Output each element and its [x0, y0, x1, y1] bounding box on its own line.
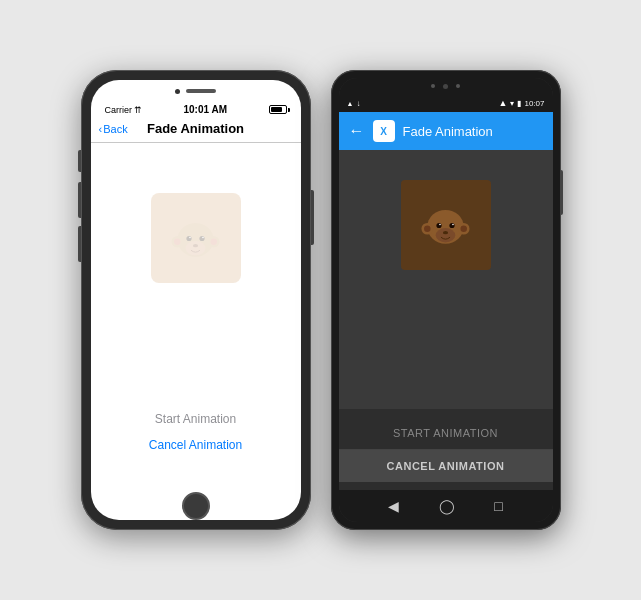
android-start-animation-button[interactable]: START ANIMATION [339, 417, 553, 450]
ios-mute-button [78, 150, 81, 172]
monkey-svg [163, 206, 228, 271]
android-status-bar: ▲ ↓ ▲ ▾ ▮ 10:07 [339, 94, 553, 112]
ios-battery-icon [269, 105, 287, 114]
android-power-button [560, 170, 563, 215]
phones-container: Carrier ⇈ 10:01 AM ‹ Back Fade Animation [71, 60, 571, 540]
svg-point-17 [436, 222, 441, 227]
ios-buttons-area: Start Animation Cancel Animation [106, 283, 286, 472]
ios-back-label: Back [103, 123, 127, 135]
ios-monkey-image [151, 193, 241, 283]
android-time: 10:07 [524, 99, 544, 108]
ios-power-button [311, 190, 314, 245]
ios-volume-up-button [78, 182, 81, 218]
ios-battery-fill [271, 107, 282, 112]
android-nav-bar: ◀ ◯ □ [339, 490, 553, 522]
svg-point-7 [199, 235, 204, 240]
ios-content: Start Animation Cancel Animation [91, 143, 301, 492]
android-monkey-image [401, 180, 491, 270]
svg-point-13 [424, 225, 431, 232]
android-home-nav-icon[interactable]: ◯ [439, 498, 455, 514]
android-wifi-icon: ▲ [499, 98, 508, 108]
ios-battery [269, 105, 287, 114]
android-camera-area [339, 78, 553, 94]
svg-point-2 [174, 238, 181, 245]
ios-start-animation-button[interactable]: Start Animation [155, 412, 236, 426]
ios-phone: Carrier ⇈ 10:01 AM ‹ Back Fade Animation [81, 70, 311, 530]
android-monkey-svg [413, 193, 478, 258]
android-signal-icon: ▾ [510, 99, 514, 108]
ios-screen: Carrier ⇈ 10:01 AM ‹ Back Fade Animation [91, 80, 301, 520]
svg-point-18 [449, 222, 454, 227]
android-speaker-dot [456, 84, 460, 88]
svg-point-8 [189, 236, 191, 238]
svg-point-19 [439, 223, 441, 225]
svg-point-20 [452, 223, 454, 225]
android-content [339, 150, 553, 409]
ios-wifi-icon: ⇈ [134, 105, 142, 115]
android-back-nav-icon[interactable]: ◀ [388, 498, 399, 514]
ios-chevron-left-icon: ‹ [99, 123, 103, 135]
svg-point-4 [210, 238, 217, 245]
ios-carrier-text: Carrier [105, 105, 133, 115]
android-notification-led [431, 84, 435, 88]
android-buttons-area: START ANIMATION CANCEL ANIMATION [339, 409, 553, 490]
ios-carrier: Carrier ⇈ [105, 105, 143, 115]
svg-point-9 [202, 236, 204, 238]
ios-home-area [91, 492, 301, 520]
android-camera-dot [443, 84, 448, 89]
svg-point-21 [443, 231, 448, 234]
android-toolbar: ← X Fade Animation [339, 112, 553, 150]
android-screen: ▲ ↓ ▲ ▾ ▮ 10:07 ← X Fade Animation [339, 78, 553, 522]
ios-top-hardware [91, 80, 301, 98]
ios-home-button[interactable] [182, 492, 210, 520]
android-battery-icon: ▮ [517, 99, 521, 108]
ios-status-bar: Carrier ⇈ 10:01 AM [91, 98, 301, 117]
android-warning-icon: ▲ [347, 100, 354, 107]
ios-cancel-animation-button[interactable]: Cancel Animation [149, 438, 242, 452]
xamarin-logo: X [373, 120, 395, 142]
ios-nav-title: Fade Animation [147, 121, 244, 136]
svg-point-6 [186, 235, 191, 240]
android-status-right: ▲ ▾ ▮ 10:07 [499, 98, 545, 108]
ios-speaker [186, 89, 216, 93]
android-download-icon: ↓ [356, 99, 360, 108]
android-title: Fade Animation [403, 124, 493, 139]
android-cancel-animation-button[interactable]: CANCEL ANIMATION [339, 450, 553, 482]
svg-point-16 [436, 228, 456, 242]
ios-volume-down-button [78, 226, 81, 262]
svg-point-10 [193, 244, 198, 247]
svg-point-5 [186, 241, 206, 255]
ios-nav-bar: ‹ Back Fade Animation [91, 117, 301, 143]
android-status-notifications: ▲ ↓ [347, 99, 361, 108]
ios-back-button[interactable]: ‹ Back [99, 123, 128, 135]
ios-time: 10:01 AM [183, 104, 227, 115]
svg-point-15 [460, 225, 467, 232]
android-phone: ▲ ↓ ▲ ▾ ▮ 10:07 ← X Fade Animation [331, 70, 561, 530]
android-back-button[interactable]: ← [349, 123, 365, 139]
android-recents-nav-icon[interactable]: □ [494, 498, 502, 514]
ios-camera-dot [175, 89, 180, 94]
